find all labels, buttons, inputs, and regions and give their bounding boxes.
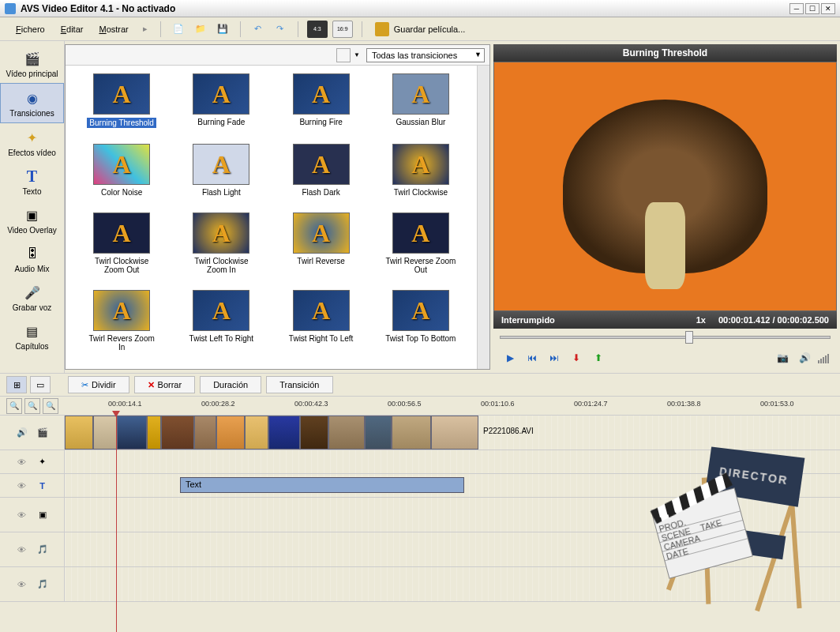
save-movie-button[interactable]: Guardar película...	[375, 22, 466, 36]
transitions-grid: ABurning ThresholdABurning FadeABurning …	[66, 66, 477, 369]
duration-button[interactable]: Duración	[200, 376, 261, 393]
sidebar-efectos[interactable]: ✦Efectos vídeo	[0, 123, 64, 162]
preview-title: Burning Threshold	[493, 44, 837, 62]
clip[interactable]	[268, 416, 300, 450]
sidebar-capitulos[interactable]: ▤Capítulos	[0, 317, 64, 356]
minimize-button[interactable]: ─	[789, 3, 804, 14]
maximize-button[interactable]: ☐	[805, 3, 819, 14]
clip[interactable]	[93, 416, 117, 450]
clip[interactable]	[65, 416, 93, 450]
transition-thumb[interactable]: ATwirl Reverse Zoom Out	[373, 213, 469, 284]
transitions-filter-dropdown[interactable]: Todas las transiciones	[366, 48, 485, 62]
sidebar-transiciones[interactable]: ◉Transiciones	[0, 83, 64, 123]
transition-thumb[interactable]: ATwirl Revers Zoom In	[73, 290, 170, 361]
transition-thumb[interactable]: ATwirl Reverse	[273, 213, 369, 284]
video-clips[interactable]	[65, 416, 840, 450]
clip[interactable]	[431, 416, 478, 450]
clip[interactable]	[161, 416, 194, 450]
mark-in-button[interactable]: ⬇	[568, 349, 585, 367]
volume-level-icon[interactable]	[818, 352, 829, 363]
eye-icon[interactable]: 👁	[15, 479, 29, 493]
preview-viewport[interactable]	[493, 62, 837, 311]
transition-thumb[interactable]: ABurning Fire	[273, 73, 369, 137]
delete-button[interactable]: ✕Borrar	[134, 376, 196, 393]
next-frame-button[interactable]: ⏭	[546, 349, 563, 367]
transition-thumb[interactable]: ATwist Left To Right	[173, 290, 269, 361]
ruler-mark: 00:01:53.0	[760, 400, 794, 408]
eye-icon[interactable]: 👁	[15, 508, 29, 522]
eye-icon[interactable]: 👁	[15, 577, 29, 592]
save-icon[interactable]: 💾	[214, 21, 231, 38]
undo-icon[interactable]: ↶	[249, 21, 267, 38]
transition-thumb[interactable]: AFlash Light	[173, 144, 269, 206]
transition-thumb[interactable]: ATwirl Clockwise	[373, 144, 469, 206]
edit-toolbar: ⊞ ▭ ✂Dividir ✕Borrar Duración Transición	[0, 373, 840, 397]
transition-thumb[interactable]: ABurning Fade	[173, 73, 269, 137]
volume-button[interactable]: 🔊	[796, 349, 813, 367]
sidebar-overlay[interactable]: ▣Video Overlay	[0, 201, 64, 239]
menu-fichero[interactable]: Fichero	[8, 21, 53, 37]
clip[interactable]	[300, 416, 328, 450]
slider-thumb[interactable]	[685, 331, 693, 344]
close-button[interactable]: ✕	[821, 3, 835, 14]
transition-thumb[interactable]: AFlash Dark	[273, 144, 369, 206]
aspect-4-3-icon[interactable]: 4:3	[307, 21, 328, 38]
browser-scrollbar[interactable]	[477, 66, 489, 369]
transition-thumb[interactable]: ATwist Top To Bottom	[373, 290, 469, 361]
clip[interactable]	[245, 416, 268, 450]
text-clip[interactable]: Text	[180, 477, 464, 493]
zoom-in-button[interactable]: 🔍	[43, 398, 58, 414]
preview-controls: ▶ ⏮ ⏭ ⬇ ⬆ 📷 🔊	[493, 346, 837, 370]
transition-thumb[interactable]: ABurning Threshold	[73, 73, 170, 137]
transition-thumb[interactable]: AGaussian Blur	[373, 73, 469, 137]
redo-icon[interactable]: ↷	[272, 21, 289, 38]
menu-more-icon[interactable]: ▸	[137, 21, 154, 37]
sidebar-grabar-voz[interactable]: 🎤Grabar voz	[0, 278, 64, 317]
speaker-icon[interactable]: 🔊	[15, 426, 29, 440]
eye-icon[interactable]: 👁	[15, 455, 29, 469]
clip[interactable]	[147, 416, 161, 450]
transition-thumb[interactable]: AColor Noise	[73, 144, 170, 206]
mark-out-button[interactable]: ⬆	[590, 349, 607, 367]
video-track-icon: 🎬	[36, 426, 50, 440]
play-button[interactable]: ▶	[501, 349, 519, 367]
split-button[interactable]: ✂Dividir	[68, 376, 129, 393]
clip[interactable]	[365, 416, 392, 450]
clip[interactable]	[117, 416, 147, 450]
transition-thumb[interactable]: ATwirl Clockwise Zoom In	[173, 213, 269, 284]
playhead[interactable]	[116, 416, 117, 632]
open-folder-icon[interactable]: 📁	[192, 21, 209, 38]
aspect-16-9-icon[interactable]: 16:9	[332, 21, 353, 38]
storyboard-view-button[interactable]: ▭	[30, 376, 51, 393]
preview-slider[interactable]	[493, 329, 837, 346]
zoom-out-button[interactable]: 🔍	[24, 398, 40, 414]
playback-status: Interrumpido	[501, 315, 696, 325]
video-track-body[interactable]: P2221086.AVI	[65, 416, 840, 450]
audio-track-icon: 🎵	[36, 543, 50, 557]
clip[interactable]	[194, 416, 216, 450]
timeline-ruler[interactable]: 00:00:14.100:00:28.200:00:42.300:00:56.5…	[77, 398, 834, 414]
sidebar-audiomix[interactable]: 🎛Audio Mix	[0, 239, 64, 278]
eye-icon[interactable]: 👁	[15, 543, 29, 557]
overlay-track-icon: ▣	[36, 508, 50, 522]
prev-frame-button[interactable]: ⏮	[523, 349, 541, 367]
transition-button[interactable]: Transición	[266, 376, 332, 393]
view-dropdown-icon[interactable]: ▼	[354, 51, 360, 58]
clip[interactable]	[216, 416, 245, 450]
snapshot-button[interactable]: 📷	[774, 349, 791, 367]
transition-thumb[interactable]: ATwirl Clockwise Zoom Out	[73, 213, 170, 284]
view-mode-icon[interactable]	[336, 48, 351, 62]
new-file-icon[interactable]: 📄	[170, 21, 187, 38]
track-text: 👁TText	[0, 474, 840, 498]
clip[interactable]	[328, 416, 365, 450]
sidebar-texto[interactable]: TTexto	[0, 162, 64, 201]
clip[interactable]	[392, 416, 431, 450]
transition-thumb[interactable]: ATwist Right To Left	[273, 290, 369, 361]
zoom-fit-button[interactable]: 🔍	[6, 398, 22, 414]
ruler-mark: 00:00:42.3	[294, 400, 328, 408]
timeline-view-button[interactable]: ⊞	[6, 376, 27, 393]
menu-mostrar[interactable]: Mostrar	[91, 21, 136, 37]
sidebar-video-principal[interactable]: 🎬Vídeo principal	[0, 44, 64, 83]
ruler-mark: 00:01:38.8	[667, 400, 701, 408]
menu-editar[interactable]: Editar	[53, 21, 92, 37]
